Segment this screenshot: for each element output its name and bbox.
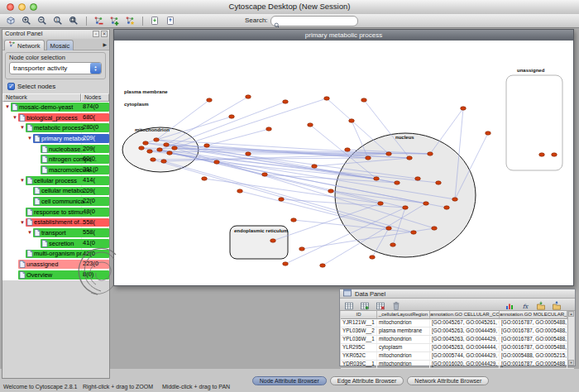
network-node[interactable] xyxy=(262,173,268,176)
network-node[interactable] xyxy=(328,189,334,193)
tab-scroll-right-icon[interactable]: ▶ xyxy=(103,39,109,50)
network-node[interactable] xyxy=(246,152,251,155)
close-window-button[interactable] xyxy=(7,3,14,11)
zoom-fit-icon[interactable] xyxy=(66,15,80,26)
select-nodes-checkbox[interactable]: ✓ xyxy=(7,83,15,90)
table-row-ypl036w-1[interactable]: YPL036W__1mitochondrion[GO:0045263, GO:0… xyxy=(341,336,574,344)
tab-node-attribute-browser[interactable]: Node Attribute Browser xyxy=(252,376,327,385)
network-node[interactable] xyxy=(202,177,208,180)
expand-arrow-icon[interactable]: ▼ xyxy=(12,112,18,122)
network-node[interactable] xyxy=(461,107,467,110)
network-node[interactable] xyxy=(283,262,289,265)
tab-network-attribute-browser[interactable]: Network Attribute Browser xyxy=(407,376,489,385)
export-attributes-icon[interactable] xyxy=(549,299,563,312)
table-row-ypl036w-2[interactable]: YPL036W__2plasma membrane[GO:0045263, GO… xyxy=(341,327,574,336)
network-node[interactable] xyxy=(444,206,450,209)
tree-column-nodes[interactable]: Nodes xyxy=(81,93,109,102)
network-node[interactable] xyxy=(386,227,392,230)
network-node[interactable] xyxy=(320,264,326,267)
network-node[interactable] xyxy=(266,127,272,131)
expand-arrow-icon[interactable]: ▼ xyxy=(19,122,26,132)
tree-item-cell-communica[interactable]: cell communica...22(0 xyxy=(2,196,109,207)
column-header-cellularlayoutregion[interactable]: _cellularLayoutRegion xyxy=(377,311,430,319)
tree-item-mosaic-demo-yeast[interactable]: ▼mosaic-demo-yeast874(0 xyxy=(2,102,109,112)
export-network-icon[interactable] xyxy=(163,15,177,26)
network-canvas-svg[interactable]: plasma membranecytoplasmmitochondrionnuc… xyxy=(114,41,573,285)
network-node[interactable] xyxy=(386,152,392,155)
select-attributes-icon[interactable] xyxy=(342,299,356,312)
table-row-yjr121w-1[interactable]: YJR121W__1mitochondrion[GO:0045267, GO:0… xyxy=(341,319,574,327)
network-canvas[interactable]: plasma membranecytoplasmmitochondrionnuc… xyxy=(114,41,573,285)
delete-attribute-icon[interactable] xyxy=(373,299,387,312)
show-all-icon[interactable] xyxy=(107,15,121,26)
chart-icon[interactable] xyxy=(502,299,516,312)
network-node[interactable] xyxy=(312,165,318,168)
expand-arrow-icon[interactable]: ▼ xyxy=(4,102,11,112)
zoom-out-icon[interactable] xyxy=(35,15,49,26)
network-node[interactable] xyxy=(139,146,145,150)
trash-icon[interactable] xyxy=(389,299,403,312)
network-node[interactable] xyxy=(270,239,276,242)
tree-item-metabolic-process[interactable]: ▼metabolic process280(0 xyxy=(2,122,109,133)
network-node[interactable] xyxy=(164,143,170,146)
network-node[interactable] xyxy=(229,115,235,118)
column-header-id[interactable]: ID xyxy=(341,311,377,319)
network-node[interactable] xyxy=(237,189,243,193)
tab-network[interactable]: Network xyxy=(4,40,45,50)
zoom-actual-icon[interactable]: 1 xyxy=(50,15,65,26)
network-node[interactable] xyxy=(432,227,438,230)
network-node[interactable] xyxy=(167,151,173,155)
network-node[interactable] xyxy=(207,98,213,102)
network-node[interactable] xyxy=(279,198,285,201)
network-node[interactable] xyxy=(308,123,313,127)
scroll-down-icon[interactable]: ▼ xyxy=(568,360,574,366)
node-color-dropdown[interactable]: transporter activity ▲▼ xyxy=(9,62,102,74)
network-node[interactable] xyxy=(390,243,396,246)
network-node[interactable] xyxy=(324,97,330,100)
network-node[interactable] xyxy=(154,138,160,141)
close-panel-icon[interactable]: ✕ xyxy=(101,31,108,37)
network-node[interactable] xyxy=(349,119,355,122)
network-view-window[interactable]: primary metabolic process plasma membran… xyxy=(113,29,574,286)
network-node[interactable] xyxy=(299,247,305,251)
minimize-window-button[interactable] xyxy=(18,3,26,11)
expand-arrow-icon[interactable]: ▼ xyxy=(26,227,33,237)
hide-selected-icon[interactable] xyxy=(91,15,105,26)
function-icon[interactable]: fx xyxy=(518,299,532,312)
table-row-ylr295c[interactable]: YLR295Ccytoplasm[GO:0045263, GO:0044444,… xyxy=(341,344,574,352)
network-node[interactable] xyxy=(374,177,380,180)
network-node[interactable] xyxy=(283,100,289,103)
dropdown-arrows-icon[interactable]: ▲▼ xyxy=(90,63,101,74)
column-header-annotation-go-molecular-function[interactable]: annotation.GO MOLECULAR_FUNCTION xyxy=(500,311,567,319)
tree-item-response-to-stimu[interactable]: response to stimu...48(0 xyxy=(2,207,109,218)
network-node[interactable] xyxy=(204,144,210,147)
new-from-selection-icon[interactable] xyxy=(122,15,136,26)
network-edge[interactable] xyxy=(175,98,327,148)
network-node[interactable] xyxy=(452,198,458,201)
network-view-title[interactable]: primary metabolic process xyxy=(114,30,573,41)
network-node[interactable] xyxy=(378,202,384,205)
tree-item-macromolecule[interactable]: macromolecule...311(0 xyxy=(2,165,109,175)
float-panel-icon[interactable]: ▫ xyxy=(93,31,99,37)
cube-icon[interactable] xyxy=(3,15,17,26)
network-node[interactable] xyxy=(423,202,429,205)
network-node[interactable] xyxy=(172,146,178,150)
table-row-ykr052c[interactable]: YKR052Cmitochondrion[GO:0005744, GO:0044… xyxy=(341,352,574,361)
network-edge[interactable] xyxy=(160,102,285,150)
network-node[interactable] xyxy=(436,181,442,184)
tree-item-cellular-metabo[interactable]: cellular metabo...209( xyxy=(2,186,109,197)
network-node[interactable] xyxy=(428,152,433,155)
network-node[interactable] xyxy=(370,256,376,259)
network-node[interactable] xyxy=(415,177,421,180)
tab-mosaic[interactable]: Mosaic xyxy=(46,40,74,50)
tree-item-nitrogen-compo[interactable]: nitrogen compo...60(0 xyxy=(2,154,109,165)
search-input[interactable] xyxy=(270,16,358,26)
network-node[interactable] xyxy=(407,156,413,160)
network-node[interactable] xyxy=(361,98,367,102)
expand-arrow-icon[interactable]: ▼ xyxy=(19,175,26,185)
tab-edge-attribute-browser[interactable]: Edge Attribute Browser xyxy=(330,376,404,385)
tree-item-establishment-of[interactable]: ▼establishment of...558( xyxy=(2,218,109,228)
tree-item-primary-metabo[interactable]: ▼primary metabo...209( xyxy=(2,133,109,144)
network-node[interactable] xyxy=(552,153,557,156)
network-node[interactable] xyxy=(411,231,417,234)
